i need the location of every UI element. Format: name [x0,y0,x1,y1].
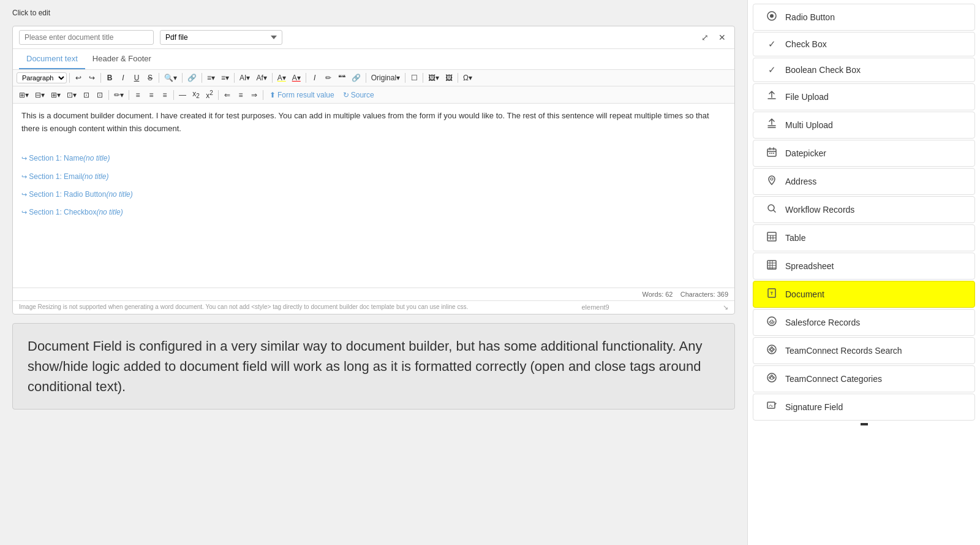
form-result-value-button[interactable]: ⬆ Form result value [266,90,338,101]
superscript-button[interactable]: x2 [203,88,216,101]
sidebar-item-document[interactable]: T Document [753,281,975,308]
special-char-button[interactable]: Ω▾ [461,72,475,83]
table-merge-button[interactable]: ⊡▾ [64,90,79,101]
element-id: element9 [581,303,609,311]
toolbar-divider-3 [159,73,159,83]
list-unordered-button[interactable]: ≡▾ [205,72,217,83]
link-button[interactable]: 🔗 [185,72,199,83]
field-link-2[interactable]: ↪ Section 1: Radio Button(no title) [21,189,726,200]
table-insert-button[interactable]: ⊞▾ [17,90,31,101]
field-link-3[interactable]: ↪ Section 1: Checkbox(no title) [21,207,726,218]
quote-button[interactable]: ❝❝ [336,72,348,83]
highlight2-button[interactable]: ✏▾ [111,90,126,101]
search-replace-button[interactable]: 🔍▾ [162,72,179,83]
source-label: Source [351,91,374,99]
hr-button[interactable]: — [176,90,189,101]
paragraph-select[interactable]: Paragraph [17,72,67,83]
field-link-text-1: Section 1: Email(no title) [29,172,108,181]
svg-text:T: T [771,291,774,296]
editor-content[interactable]: This is a document builder document. I h… [13,104,734,288]
document-title-input[interactable] [19,30,154,45]
toolbar-divider-6 [234,73,235,83]
sidebar-item-datepicker[interactable]: Datepicker [753,140,975,167]
sidebar-item-table[interactable]: Table [753,224,975,251]
image-button[interactable]: 🖼▾ [426,72,442,83]
sidebar-item-radio-button[interactable]: Radio Button [753,4,975,31]
list-ordered-button[interactable]: ≡▾ [219,72,232,83]
indent-increase-button[interactable]: ⇒ [248,90,260,101]
table-row-button[interactable]: ⊟▾ [32,90,47,101]
sidebar-item-file-upload[interactable]: File Upload [753,83,975,110]
field-link-1[interactable]: ↪ Section 1: Email(no title) [21,171,726,183]
sidebar-item-teamconnect-records-search[interactable]: TeamConnect Records Search [753,337,975,364]
close-button[interactable]: ✕ [716,31,728,44]
word-count: Words: 62 [643,291,673,298]
click-to-edit-label: Click to edit [12,6,735,20]
sidebar-item-workflow-records[interactable]: Workflow Records [753,196,975,223]
pencil-button[interactable]: ✏ [322,72,334,83]
signature-icon [766,400,778,414]
datepicker-label: Datepicker [785,148,826,158]
unlink-button[interactable]: 🔗 [349,72,363,83]
multi-upload-icon [766,118,778,132]
tab-header-footer[interactable]: Header & Footer [85,49,159,69]
italic-button[interactable]: I [117,72,129,83]
sidebar-item-multi-upload[interactable]: Multi Upload [753,112,975,139]
list-style-button[interactable]: ≡ [235,90,247,101]
radio-icon [766,10,778,24]
highlight-button[interactable]: A▾ [275,72,288,83]
check-box-label: Check Box [785,39,827,49]
underline-button[interactable]: U [130,72,143,83]
indent-decrease-button[interactable]: ⇐ [221,90,233,101]
sidebar-item-check-box[interactable]: ✓ Check Box [753,32,975,56]
strikethrough-button[interactable]: S [144,72,156,83]
table-delete-button[interactable]: ⊡ [94,90,106,101]
field-link-text-2: Section 1: Radio Button(no title) [29,190,132,199]
workflow-icon [766,203,778,216]
undo-button[interactable]: ↩ [72,72,85,83]
sidebar-item-signature-field[interactable]: Signature Field [753,394,975,421]
original-button[interactable]: Original▾ [369,72,402,83]
toolbar-divider-8 [306,73,306,83]
spreadsheet-label: Spreadsheet [785,261,834,271]
sidebar-item-address[interactable]: Address [753,168,975,195]
toolbar-divider-10 [405,73,405,83]
svg-point-3 [769,153,771,154]
svg-rect-8 [767,232,776,241]
tab-document-text[interactable]: Document text [19,49,85,69]
field-link-0[interactable]: ↪ Section 1: Name(no title) [21,153,726,164]
image2-button[interactable]: 🖼 [443,72,455,83]
sidebar-item-salesforce-records[interactable]: Salesforce Records [753,309,975,336]
svg-point-6 [771,178,773,180]
field-link-text-3: Section 1: Checkbox(no title) [29,208,123,216]
toolbar-divider-2 [100,73,101,83]
sidebar-item-teamconnect-categories[interactable]: TeamConnect Categories [753,365,975,392]
italic2-button[interactable]: I [309,72,321,83]
salesforce-records-label: Salesforce Records [785,318,860,327]
sidebar-item-spreadsheet[interactable]: Spreadsheet [753,253,975,280]
table-col-button[interactable]: ⊞▾ [48,90,63,101]
source-button[interactable]: ↻ Source [339,90,378,101]
table-split-button[interactable]: ⊡ [80,90,92,101]
teamconnect-categories-label: TeamConnect Categories [785,374,882,384]
font-color-button[interactable]: A▾ [290,72,303,83]
editor-footer: Words: 62 Characters: 369 [13,288,734,300]
resize-handle[interactable]: ↘ [723,303,728,311]
align-right-button[interactable]: ≡ [159,90,171,101]
svg-point-5 [773,153,774,154]
pdf-file-select[interactable]: Pdf file [160,30,282,45]
expand-button[interactable]: ⤢ [699,31,711,44]
font-size-button[interactable]: AI▾ [237,72,252,83]
char-count: Characters: 369 [680,291,728,298]
box-button[interactable]: ☐ [408,72,420,83]
redo-button[interactable]: ↪ [86,72,98,83]
font-family-button[interactable]: Af▾ [254,72,269,83]
document-label: Document [785,289,824,299]
bold-button[interactable]: B [104,72,116,83]
align-center-button[interactable]: ≡ [145,90,157,101]
sidebar-item-boolean-check-box[interactable]: ✓ Boolean Check Box [753,58,975,82]
sidebar: Radio Button ✓ Check Box ✓ Boolean Check… [747,0,980,545]
table-label: Table [785,233,805,243]
subscript-button[interactable]: x2 [190,88,202,101]
align-left-button[interactable]: ≡ [132,90,144,101]
